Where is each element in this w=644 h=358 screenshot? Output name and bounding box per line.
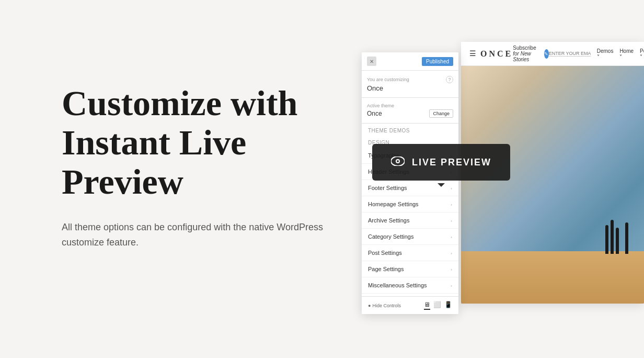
theme-logo: ONCE <box>480 49 513 59</box>
device-icons: 🖥 ⬜ 📱 <box>424 301 452 310</box>
sand-area <box>461 251 644 304</box>
customizer-footer: ● Hide Controls 🖥 ⬜ 📱 <box>362 296 458 314</box>
nav-link-post[interactable]: Post ˅ <box>640 48 644 60</box>
main-heading: Customize with Instant Live Preview <box>62 84 365 201</box>
published-badge: Published <box>422 57 453 66</box>
live-preview-label: LIVE PREVIEW <box>412 157 491 168</box>
person-silhouette <box>625 222 628 254</box>
chevron-right-icon: › <box>451 266 452 272</box>
email-input[interactable] <box>549 51 591 57</box>
hide-controls-button[interactable]: ● Hide Controls <box>368 303 401 308</box>
edit-icon: ✎ <box>544 49 548 59</box>
desktop-icon[interactable]: 🖥 <box>424 301 430 310</box>
close-icon: ✕ <box>370 59 374 64</box>
customizer-theme-title: Once <box>367 84 453 92</box>
menu-item-category-settings[interactable]: Category Settings › <box>362 229 458 245</box>
customizer-theme-section: Active theme Once Change <box>362 98 458 124</box>
subscribe-area: Subscribe for New Stories ✎ <box>513 45 548 62</box>
customizer-info-label: You are customizing ? <box>367 76 453 83</box>
active-theme-label: Active theme <box>367 103 453 108</box>
heading-line1: Customize with <box>62 83 297 123</box>
customizer-info: You are customizing ? Once <box>362 71 458 98</box>
chevron-right-icon: › <box>451 250 452 255</box>
svg-point-2 <box>397 160 399 162</box>
person-silhouette <box>605 225 608 254</box>
chevron-right-icon: › <box>451 202 452 207</box>
hide-controls-label: Hide Controls <box>372 303 401 308</box>
chevron-right-icon: › <box>451 185 452 191</box>
tablet-icon[interactable]: ⬜ <box>433 301 441 310</box>
theme-nav-left: ☰ ONCE <box>469 49 513 59</box>
left-content: Customize with Instant Live Preview All … <box>62 84 365 250</box>
theme-nav-right: Demos ˅ Home ˅ Post ˅ <box>549 48 644 60</box>
theme-nav: ☰ ONCE Subscribe for New Stories ✎ Demos… <box>461 42 644 66</box>
customizing-label: You are customizing <box>367 77 409 82</box>
customizer-close-button[interactable]: ✕ <box>367 57 376 66</box>
menu-item-misc-settings[interactable]: Miscellaneous Settings › <box>362 277 458 294</box>
menu-item-archive-settings[interactable]: Archive Settings › <box>362 212 458 229</box>
nav-link-demos[interactable]: Demos ˅ <box>597 48 614 60</box>
chevron-right-icon: › <box>451 234 452 239</box>
eye-small-icon: ● <box>368 303 371 308</box>
eye-icon <box>391 155 405 169</box>
theme-demos-section-header: Theme Demos <box>362 124 458 136</box>
active-theme-name: Once <box>367 110 382 117</box>
person-silhouette <box>616 228 619 254</box>
chevron-right-icon: › <box>451 218 452 223</box>
menu-item-post-settings[interactable]: Post Settings › <box>362 245 458 261</box>
menu-item-homepage-settings[interactable]: Homepage Settings › <box>362 196 458 212</box>
subscribe-text: Subscribe for New Stories <box>513 45 541 62</box>
menu-item-page-settings[interactable]: Page Settings › <box>362 261 458 277</box>
chevron-right-icon: › <box>451 283 452 288</box>
right-area: ✕ Published You are customizing ? Once A… <box>356 42 644 325</box>
nav-link-home[interactable]: Home ˅ <box>619 48 634 60</box>
person-silhouette <box>611 220 614 254</box>
theme-hero <box>461 66 644 304</box>
info-icon[interactable]: ? <box>446 76 453 83</box>
hamburger-icon[interactable]: ☰ <box>469 49 476 58</box>
customizer-header: ✕ Published <box>362 52 458 71</box>
active-theme-row: Once Change <box>367 109 453 118</box>
people-group <box>605 220 628 254</box>
heading-line2: Instant Live <box>62 122 246 162</box>
heading-line3: Preview <box>62 162 183 202</box>
change-theme-button[interactable]: Change <box>429 109 453 118</box>
subtext: All theme options can be configured with… <box>62 220 334 250</box>
live-preview-tooltip: LIVE PREVIEW <box>372 144 510 181</box>
menu-item-footer-settings[interactable]: Footer Settings › <box>362 180 458 196</box>
mobile-icon[interactable]: 📱 <box>444 301 452 310</box>
